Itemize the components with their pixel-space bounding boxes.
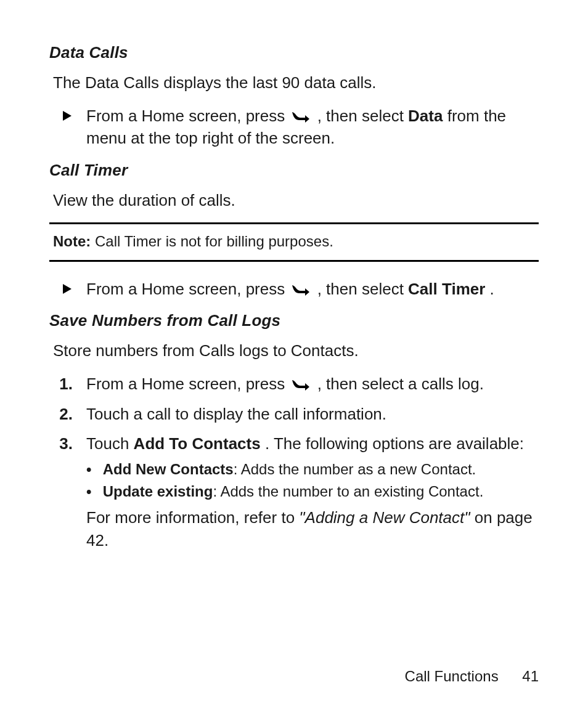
note-box: Note: Call Timer is not for billing purp… [49, 222, 539, 262]
step-save-1: 1. From a Home screen, press , then sele… [49, 373, 539, 395]
page-footer: Call Functions 41 [405, 668, 539, 685]
svg-marker-1 [63, 284, 71, 294]
text: From a Home screen, press [86, 107, 289, 125]
list-item: Update existing: Adds the number to an e… [86, 481, 539, 503]
step-save-3: 3. Touch Add To Contacts . The following… [49, 432, 539, 551]
text: . The following options are available: [265, 434, 524, 453]
triangle-bullet-icon [49, 278, 86, 300]
triangle-bullet-icon [49, 105, 86, 127]
text: , then select [317, 107, 408, 125]
step-number: 2. [49, 403, 86, 425]
send-key-icon [290, 107, 311, 121]
text: From a Home screen, press [86, 280, 289, 298]
text-bold: Update existing [103, 483, 213, 500]
step-call-timer-1: From a Home screen, press , then select … [49, 278, 539, 300]
step-content: From a Home screen, press , then select … [86, 278, 539, 300]
steps-data-calls: From a Home screen, press , then select … [49, 105, 539, 150]
step-number: 1. [49, 373, 86, 395]
text: : Adds the number to an existing Contact… [213, 483, 483, 500]
text-bold: Data [408, 107, 443, 125]
intro-data-calls: The Data Calls displays the last 90 data… [53, 72, 539, 94]
text-bold: Add To Contacts [134, 434, 261, 453]
heading-call-timer: Call Timer [49, 161, 539, 180]
step-content: From a Home screen, press , then select … [86, 105, 539, 150]
step-save-2: 2. Touch a call to display the call info… [49, 403, 539, 425]
intro-save-numbers: Store numbers from Calls logs to Contact… [53, 340, 539, 362]
svg-marker-0 [63, 111, 71, 121]
manual-page: Data Calls The Data Calls displays the l… [0, 0, 588, 722]
text-bold: Add New Contacts [103, 461, 234, 477]
text: : Adds the number as a new Contact. [234, 461, 476, 477]
text: Touch a call to display the call informa… [86, 405, 386, 423]
step-content: Touch Add To Contacts . The following op… [86, 432, 539, 551]
cross-reference: For more information, refer to "Adding a… [86, 506, 539, 551]
send-key-icon [290, 280, 311, 294]
steps-call-timer: From a Home screen, press , then select … [49, 278, 539, 300]
text: From a Home screen, press [86, 375, 289, 393]
text: Touch [86, 434, 134, 453]
list-item: Add New Contacts: Adds the number as a n… [86, 459, 539, 481]
footer-page-number: 41 [522, 668, 539, 684]
text: . [490, 280, 494, 298]
sub-bullet-list: Add New Contacts: Adds the number as a n… [86, 459, 539, 503]
step-number: 3. [49, 432, 86, 455]
steps-save-numbers: 1. From a Home screen, press , then sele… [49, 373, 539, 551]
note-text: Call Timer is not for billing purposes. [91, 233, 333, 249]
step-data-calls-1: From a Home screen, press , then select … [49, 105, 539, 150]
text: , then select a calls log. [317, 375, 484, 393]
step-content: Touch a call to display the call informa… [86, 403, 539, 425]
text-italic: "Adding a New Contact" [299, 508, 470, 527]
send-key-icon [290, 375, 311, 389]
intro-call-timer: View the duration of calls. [53, 190, 539, 211]
heading-save-numbers: Save Numbers from Call Logs [49, 311, 539, 330]
text: , then select [317, 280, 408, 298]
note-label: Note: [53, 233, 91, 249]
footer-section: Call Functions [405, 668, 499, 684]
text: For more information, refer to [86, 508, 299, 527]
text-bold: Call Timer [408, 280, 485, 298]
step-content: From a Home screen, press , then select … [86, 373, 539, 395]
heading-data-calls: Data Calls [49, 43, 539, 62]
